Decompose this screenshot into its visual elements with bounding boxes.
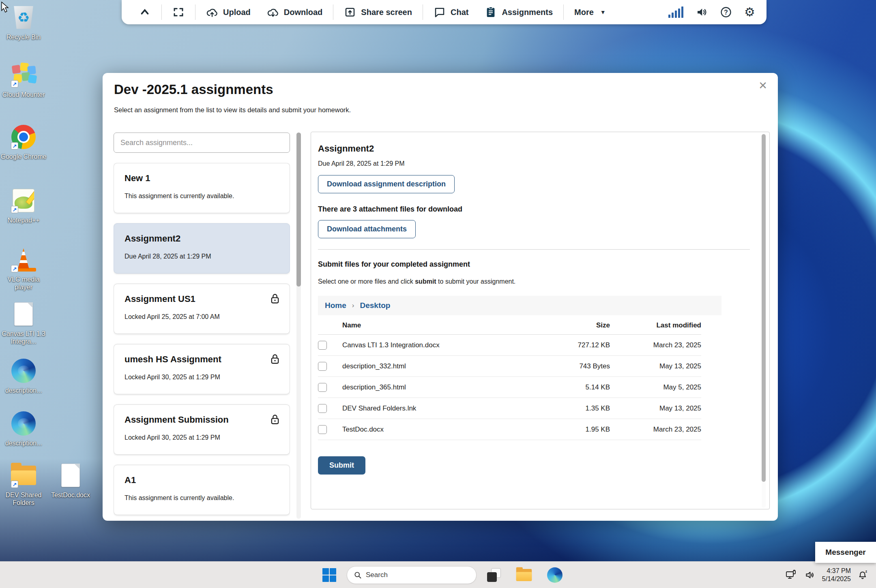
- assignment-title: umesh HS Assignment: [125, 354, 279, 365]
- download-attachments-button[interactable]: Download attachments: [318, 220, 416, 238]
- desktop-icon-dev-shared-folders[interactable]: ↗ DEV Shared Folders: [0, 462, 47, 507]
- assignment-card-umesh-hs[interactable]: umesh HS Assignment Locked April 30, 202…: [114, 344, 290, 394]
- dialog-title: Dev -2025.1 assignments: [114, 82, 273, 97]
- desktop-icon-label: VLC media player: [0, 276, 47, 291]
- upload-label: Upload: [223, 8, 251, 17]
- download-description-button[interactable]: Download assignment description: [318, 175, 455, 193]
- collapse-toolbar-button[interactable]: [131, 0, 159, 24]
- assignment-card-assignment-us1[interactable]: Assignment US1 Locked April 25, 2025 at …: [114, 284, 290, 334]
- scrollbar-thumb[interactable]: [762, 134, 766, 482]
- shortcut-arrow-icon: ↗: [11, 206, 18, 213]
- lock-icon: [269, 414, 281, 425]
- fullscreen-button[interactable]: [164, 0, 193, 24]
- assignment-card-assignment-submission[interactable]: Assignment Submission Locked April 30, 2…: [114, 404, 290, 455]
- breadcrumb: Home › Desktop: [318, 296, 721, 315]
- assignment-title: New 1: [125, 173, 279, 184]
- shortcut-arrow-icon: ↗: [11, 481, 18, 488]
- search-icon: [354, 571, 362, 579]
- detail-due-date: Due April 28, 2025 at 1:29 PM: [318, 160, 756, 167]
- file-name: Canvas LTI 1.3 Integration.docx: [342, 341, 541, 349]
- toolbar-divider: [423, 4, 423, 20]
- chat-button[interactable]: Chat: [425, 0, 477, 24]
- table-row: description_332.html 743 Bytes May 13, 2…: [318, 356, 701, 377]
- taskbar-clock[interactable]: 4:37 PM 5/14/2025: [822, 567, 851, 583]
- desktop-icon-label: Notepad++: [7, 216, 39, 224]
- download-button[interactable]: Download: [259, 0, 331, 24]
- breadcrumb-desktop-link[interactable]: Desktop: [360, 301, 390, 310]
- toolbar-divider: [195, 4, 195, 20]
- desktop-icon-notepadpp[interactable]: ↗ Notepad++: [0, 187, 47, 224]
- upload-button[interactable]: Upload: [198, 0, 259, 24]
- submit-button[interactable]: Submit: [318, 456, 365, 475]
- assignment-status: This assignment is currently available.: [125, 494, 279, 502]
- shortcut-arrow-icon: ↗: [11, 265, 18, 272]
- file-size: 743 Bytes: [541, 362, 610, 370]
- svg-text:z: z: [865, 569, 867, 573]
- file-checkbox[interactable]: [318, 341, 327, 350]
- assignment-status: Due April 28, 2025 at 1:29 PM: [125, 253, 279, 260]
- submit-hint-bold: submit: [415, 278, 436, 285]
- desktop-icon-label: Cloud Mounter: [2, 91, 45, 98]
- task-view-button[interactable]: [487, 568, 501, 582]
- search-assignments-input[interactable]: [114, 133, 290, 153]
- desktop-icon-testdoc[interactable]: TestDoc.docx: [47, 462, 94, 499]
- edge-taskbar-icon[interactable]: [547, 567, 563, 583]
- file-checkbox[interactable]: [318, 425, 327, 434]
- share-screen-label: Share screen: [361, 8, 412, 17]
- table-row: TestDoc.docx 1.95 KB March 23, 2025: [318, 419, 701, 440]
- messenger-button[interactable]: Messenger: [815, 542, 876, 563]
- more-button[interactable]: More ▼: [566, 0, 614, 24]
- start-button[interactable]: [322, 568, 336, 582]
- desktop-icon-description-2[interactable]: description...: [0, 410, 47, 447]
- assignment-card-a1[interactable]: A1 This assignment is currently availabl…: [114, 465, 290, 515]
- desktop-icon-description-1[interactable]: description...: [0, 357, 47, 394]
- clock-date: 5/14/2025: [822, 575, 851, 583]
- shortcut-arrow-icon: ↗: [11, 80, 18, 88]
- file-checkbox[interactable]: [318, 362, 327, 371]
- desktop-icon-canvas-lti[interactable]: Canvas LTI 1.3 Integra...: [0, 301, 47, 345]
- dialog-subtitle: Select an assignment from the list to vi…: [114, 106, 351, 114]
- detail-title: Assignment2: [318, 143, 756, 154]
- file-name: DEV Shared Folders.lnk: [342, 404, 541, 413]
- chat-icon: [434, 6, 446, 18]
- toolbar-divider: [563, 4, 564, 20]
- assignments-button[interactable]: Assignments: [477, 0, 561, 24]
- breadcrumb-home-link[interactable]: Home: [325, 301, 346, 310]
- share-screen-button[interactable]: Share screen: [336, 0, 420, 24]
- detail-scrollbar[interactable]: [762, 133, 766, 508]
- file-name: description_332.html: [342, 362, 541, 370]
- close-icon[interactable]: ✕: [758, 80, 767, 91]
- assignment-card-new-1[interactable]: New 1 This assignment is currently avail…: [114, 163, 290, 213]
- assignment-detail-pane: Assignment2 Due April 28, 2025 at 1:29 P…: [311, 132, 770, 509]
- desktop-icon-google-chrome[interactable]: ↗ Google Chrome: [0, 124, 47, 160]
- help-icon[interactable]: ?: [720, 6, 732, 18]
- assignment-title: Assignment US1: [125, 294, 279, 304]
- file-size: 1.95 KB: [541, 425, 610, 434]
- taskbar-search-input[interactable]: Search: [347, 566, 477, 584]
- file-checkbox[interactable]: [318, 383, 327, 392]
- gear-icon[interactable]: ⚙: [744, 6, 755, 18]
- file-checkbox[interactable]: [318, 404, 327, 413]
- meeting-toolbar: Upload Download Share screen Chat Assign…: [122, 0, 766, 24]
- speaker-icon[interactable]: [696, 6, 708, 18]
- assignment-status: Locked April 30, 2025 at 1:29 PM: [125, 434, 279, 441]
- desktop-icon-vlc[interactable]: ↗ VLC media player: [0, 246, 47, 291]
- scrollbar-thumb[interactable]: [296, 133, 301, 287]
- file-name: TestDoc.docx: [342, 425, 541, 434]
- cloud-download-icon: [267, 6, 279, 18]
- desktop-icon-cloud-mounter[interactable]: ↗ Cloud Mounter: [0, 62, 47, 98]
- network-display-tray-icon[interactable]: [786, 570, 798, 580]
- file-modified: March 23, 2025: [610, 425, 701, 434]
- shortcut-arrow-icon: ↗: [11, 142, 18, 150]
- file-modified: March 23, 2025: [610, 341, 701, 349]
- volume-tray-icon[interactable]: [804, 570, 816, 580]
- submit-hint: Select one or more files and click submi…: [318, 278, 756, 285]
- notification-bell-icon[interactable]: z: [857, 569, 869, 581]
- assignment-card-assignment2[interactable]: Assignment2 Due April 28, 2025 at 1:29 P…: [114, 223, 290, 274]
- edge-icon: [11, 359, 36, 383]
- assignments-label: Assignments: [502, 8, 553, 17]
- file-explorer-button[interactable]: [511, 565, 537, 585]
- cloud-upload-icon: [206, 6, 218, 18]
- table-row: Canvas LTI 1.3 Integration.docx 727.12 K…: [318, 335, 701, 356]
- assignment-list-scrollbar[interactable]: [296, 133, 301, 519]
